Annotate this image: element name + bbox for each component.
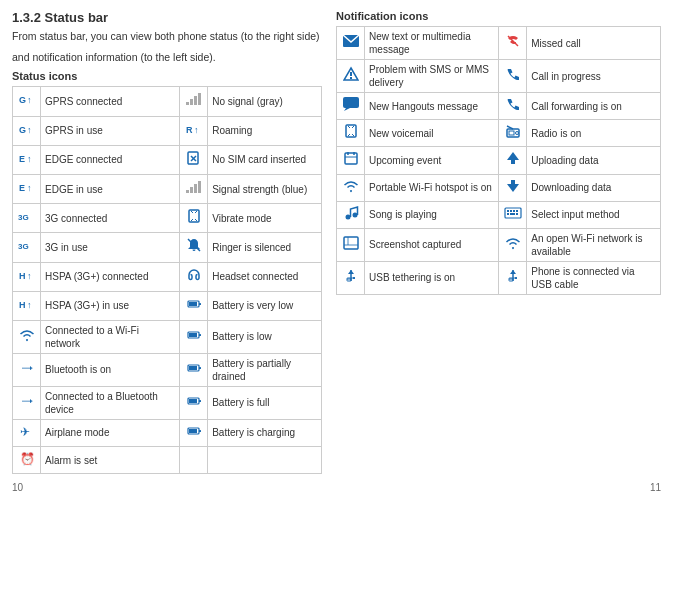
- svg-rect-42: [189, 366, 197, 370]
- notif-icon-left: [337, 261, 365, 294]
- notif-desc-right: Phone is connected via USB cable: [527, 261, 661, 294]
- svg-rect-59: [346, 125, 356, 137]
- notif-desc-right: Call forwarding is on: [527, 93, 661, 120]
- right-column: Notification icons New text or multimedi…: [336, 10, 661, 474]
- table-row: H↑ HSPA (3G+) connected Headset connecte…: [13, 262, 322, 291]
- notif-desc-left: Song is playing: [365, 201, 499, 228]
- svg-line-63: [352, 134, 354, 136]
- notif-icon-left: [337, 174, 365, 201]
- svg-rect-38: [189, 333, 197, 337]
- svg-text:✈: ✈: [20, 425, 30, 439]
- table-row: Portable Wi-Fi hotspot is on Downloading…: [337, 174, 661, 201]
- svg-rect-3: [190, 99, 193, 105]
- svg-point-66: [515, 132, 518, 135]
- status-desc-right: Signal strength (blue): [208, 174, 322, 203]
- status-desc-right: Vibrate mode: [208, 204, 322, 233]
- notification-icons-label: Notification icons: [336, 10, 661, 22]
- svg-rect-83: [516, 213, 518, 215]
- notif-desc-right: An open Wi-Fi network is available: [527, 228, 661, 261]
- svg-text:3G: 3G: [18, 213, 29, 222]
- svg-rect-41: [199, 367, 201, 369]
- notif-icon-left: [337, 228, 365, 261]
- svg-marker-73: [507, 180, 519, 192]
- svg-rect-19: [194, 184, 197, 193]
- notif-icon-right: [499, 174, 527, 201]
- status-icon-right: [180, 320, 208, 353]
- svg-rect-78: [510, 210, 512, 212]
- status-desc-left: Bluetooth is on: [41, 353, 180, 386]
- svg-rect-46: [189, 399, 197, 403]
- notif-icon-left: [337, 27, 365, 60]
- status-icon-right: [180, 386, 208, 419]
- status-icon-left: ⭢: [13, 386, 41, 419]
- notif-icon-right: [499, 261, 527, 294]
- status-desc-right: [208, 447, 322, 474]
- status-desc-left: Alarm is set: [41, 447, 180, 474]
- svg-text:E: E: [19, 154, 25, 164]
- svg-rect-67: [509, 131, 514, 135]
- svg-rect-18: [190, 187, 193, 193]
- notif-icon-right: [499, 60, 527, 93]
- table-row: New voicemail Radio is on: [337, 120, 661, 147]
- svg-text:⏰: ⏰: [20, 451, 35, 466]
- status-icon-right: [180, 87, 208, 116]
- svg-text:R: R: [186, 125, 193, 135]
- table-row: ✈ Airplane mode Battery is charging: [13, 419, 322, 446]
- status-desc-left: HSPA (3G+) in use: [41, 291, 180, 320]
- status-icon-right: [180, 174, 208, 203]
- table-row: Upcoming event Uploading data: [337, 147, 661, 174]
- notif-desc-left: Problem with SMS or MMS delivery: [365, 60, 499, 93]
- notif-icon-left: [337, 120, 365, 147]
- status-desc-right: Battery is very low: [208, 291, 322, 320]
- notif-desc-left: Upcoming event: [365, 147, 499, 174]
- notif-desc-left: Portable Wi-Fi hotspot is on: [365, 174, 499, 201]
- status-icon-left: E↑: [13, 145, 41, 174]
- table-row: ⏰ Alarm is set: [13, 447, 322, 474]
- status-desc-right: Battery is low: [208, 320, 322, 353]
- left-column: 1.3.2 Status bar From status bar, you ca…: [12, 10, 322, 474]
- table-row: ⭢ Bluetooth is on Battery is partially d…: [13, 353, 322, 386]
- table-row: Song is playing Select input method: [337, 201, 661, 228]
- page-footer: 10 11: [12, 482, 661, 493]
- status-icon-right: [180, 291, 208, 320]
- status-desc-left: Connected to a Bluetooth device: [41, 386, 180, 419]
- svg-text:⭢: ⭢: [21, 395, 33, 409]
- notif-icon-left: [337, 147, 365, 174]
- status-icon-left: [13, 320, 41, 353]
- svg-rect-49: [199, 430, 201, 432]
- status-icon-left: H↑: [13, 262, 41, 291]
- svg-text:↑: ↑: [27, 183, 32, 193]
- notif-icon-right: [499, 228, 527, 261]
- svg-text:↑: ↑: [27, 154, 32, 164]
- table-row: E↑ EDGE in use Signal strength (blue): [13, 174, 322, 203]
- svg-rect-79: [513, 210, 515, 212]
- notif-desc-left: USB tethering is on: [365, 261, 499, 294]
- svg-text:3G: 3G: [18, 242, 29, 251]
- table-row: G↑ GPRS in use R↑ Roaming: [13, 116, 322, 145]
- notif-desc-right: Missed call: [527, 27, 661, 60]
- status-icon-left: G↑: [13, 116, 41, 145]
- svg-text:H: H: [19, 300, 26, 310]
- svg-text:↑: ↑: [194, 125, 199, 135]
- svg-text:↑: ↑: [27, 125, 32, 135]
- notif-desc-left: New voicemail: [365, 120, 499, 147]
- svg-rect-35: [189, 302, 197, 306]
- notif-desc-right: Select input method: [527, 201, 661, 228]
- status-icon-right: [180, 262, 208, 291]
- svg-rect-55: [350, 72, 352, 76]
- svg-rect-20: [198, 181, 201, 193]
- svg-marker-58: [344, 108, 350, 111]
- svg-text:↑: ↑: [27, 271, 32, 281]
- status-desc-right: Battery is charging: [208, 419, 322, 446]
- table-row: New Hangouts message Call forwarding is …: [337, 93, 661, 120]
- svg-rect-34: [199, 303, 201, 305]
- notif-icon-right: [499, 93, 527, 120]
- table-row: 3G 3G in use Ringer is silenced: [13, 233, 322, 262]
- status-icon-left: G↑: [13, 87, 41, 116]
- status-icons-label: Status icons: [12, 70, 322, 82]
- status-icons-table: G↑ GPRS connected No signal (gray) G↑ GP…: [12, 86, 322, 474]
- status-desc-left: GPRS connected: [41, 87, 180, 116]
- svg-rect-57: [343, 97, 359, 108]
- notif-desc-left: New text or multimedia message: [365, 27, 499, 60]
- table-row: New text or multimedia message Missed ca…: [337, 27, 661, 60]
